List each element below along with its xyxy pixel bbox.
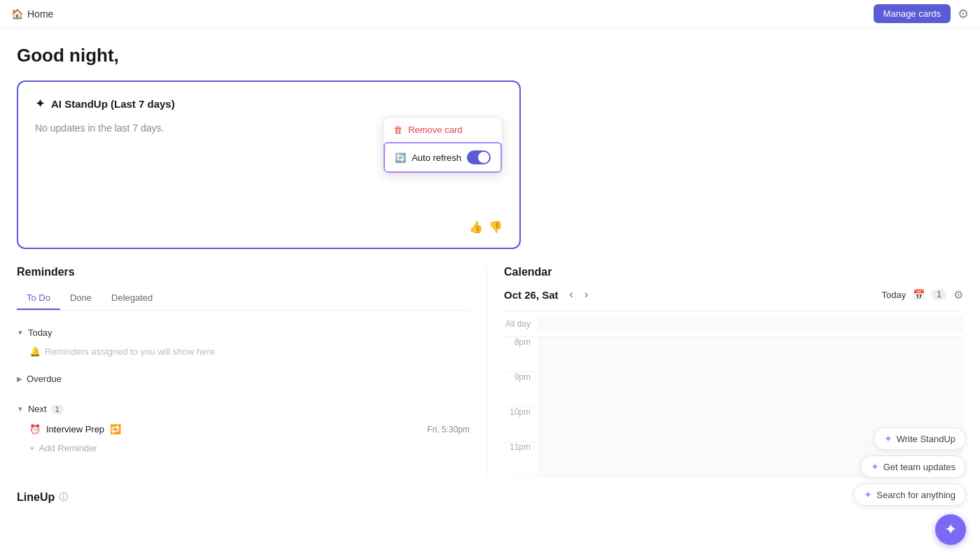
- time-label-9pm: 9pm: [504, 372, 538, 406]
- all-day-slot: [538, 316, 963, 332]
- overdue-label: Overdue: [27, 374, 62, 384]
- alarm-icon-item: ⏰: [29, 424, 41, 434]
- remove-card-label: Remove card: [408, 125, 462, 135]
- sparkle-icon: ✦: [35, 96, 46, 111]
- calendar-settings-icon[interactable]: ⚙: [953, 288, 963, 302]
- gear-icon[interactable]: ⚙: [958, 6, 969, 22]
- today-label: Today: [28, 327, 52, 338]
- calendar-header: Oct 26, Sat ‹ › Today 📅 1 ⚙: [504, 287, 963, 302]
- alarm-icon: 🔔: [29, 346, 41, 357]
- ai-suggestion-search[interactable]: ✦ Search for anything: [853, 483, 966, 504]
- calendar-date: Oct 26, Sat: [504, 289, 559, 301]
- sparkle-icon-suggestion3: ✦: [864, 489, 872, 500]
- next-group: ▼ Next 1 ⏰ Interview Prep 🔁 Fri, 5:30pm …: [17, 398, 470, 458]
- reminder-item-left: ⏰ Interview Prep 🔁: [29, 424, 121, 434]
- home-icon: 🏠: [11, 8, 23, 20]
- ai-suggestion-get-team-updates-label: Get team updates: [883, 462, 955, 472]
- info-icon[interactable]: ⓘ: [59, 491, 68, 504]
- tab-todo[interactable]: To Do: [17, 287, 60, 310]
- reminders-tabs: To Do Done Delegated: [17, 287, 470, 311]
- reminder-name: Interview Prep: [46, 424, 104, 434]
- remove-card-menu-item[interactable]: 🗑 Remove card: [384, 118, 502, 142]
- sparkle-icon-suggestion1: ✦: [884, 433, 892, 444]
- time-slot-8pm: [538, 337, 963, 372]
- event-count: 1: [932, 289, 946, 300]
- chevron-down-icon: ▼: [17, 329, 24, 337]
- next-label: Next: [28, 404, 47, 414]
- auto-refresh-menu-item[interactable]: 🔄 Auto refresh: [384, 142, 502, 173]
- chevron-down-icon-next: ▼: [17, 405, 24, 413]
- card-title: AI StandUp (Last 7 days): [51, 98, 175, 110]
- time-row-8pm: 8pm: [504, 337, 963, 372]
- content-row: Reminders To Do Done Delegated ▼ Today 🔔…: [17, 266, 963, 477]
- calendar-title: Calendar: [504, 266, 963, 278]
- context-menu: 🗑 Remove card 🔄 Auto refresh: [383, 117, 503, 174]
- thumbs-down-button[interactable]: 👎: [489, 220, 503, 234]
- greeting: Good night,: [17, 45, 963, 66]
- tab-done[interactable]: Done: [60, 287, 102, 310]
- time-slot-9pm: [538, 372, 963, 406]
- time-label-10pm: 10pm: [504, 407, 538, 441]
- today-group-header[interactable]: ▼ Today: [17, 322, 470, 344]
- reminders-title: Reminders: [17, 266, 470, 278]
- header: 🏠 Home Manage cards ⚙: [0, 0, 980, 28]
- trash-icon: 🗑: [393, 125, 402, 135]
- next-badge: 1: [51, 404, 64, 414]
- toggle-knob: [478, 152, 489, 163]
- chevron-right-icon: ▶: [17, 375, 22, 383]
- reminders-panel: Reminders To Do Done Delegated ▼ Today 🔔…: [17, 266, 487, 477]
- today-placeholder: 🔔 Reminders assigned to you will show he…: [17, 344, 470, 360]
- manage-cards-button[interactable]: Manage cards: [874, 4, 951, 23]
- all-day-label: All day: [504, 319, 538, 329]
- overdue-group: ▶ Overdue: [17, 368, 470, 390]
- home-label: Home: [27, 8, 53, 20]
- reminder-item: ⏰ Interview Prep 🔁 Fri, 5:30pm: [17, 420, 470, 439]
- home-nav[interactable]: 🏠 Home: [11, 8, 53, 20]
- overdue-group-header[interactable]: ▶ Overdue: [17, 368, 470, 390]
- ai-suggestion-get-team-updates[interactable]: ✦ Get team updates: [860, 455, 966, 478]
- header-right: Manage cards ⚙: [874, 4, 969, 23]
- time-label-11pm: 11pm: [504, 442, 538, 476]
- next-day-button[interactable]: ›: [580, 287, 592, 302]
- next-group-header[interactable]: ▼ Next 1: [17, 398, 470, 420]
- plus-icon: +: [29, 443, 35, 453]
- auto-refresh-toggle[interactable]: [467, 150, 491, 164]
- today-button[interactable]: Today: [882, 290, 906, 300]
- recurring-icon: 🔁: [110, 424, 121, 434]
- ai-suggestion-search-label: Search for anything: [876, 490, 955, 500]
- add-reminder-button[interactable]: + Add Reminder: [17, 439, 470, 458]
- auto-refresh-label: Auto refresh: [412, 153, 461, 163]
- card-footer: 👍 👎: [35, 220, 503, 234]
- ai-suggestion-write-standup-label: Write StandUp: [897, 434, 955, 444]
- today-group: ▼ Today 🔔 Reminders assigned to you will…: [17, 322, 470, 360]
- reminder-due: Fri, 5:30pm: [427, 425, 470, 434]
- ai-suggestion-write-standup[interactable]: ✦ Write StandUp: [874, 427, 966, 450]
- sparkle-icon-suggestion2: ✦: [871, 461, 879, 472]
- today-placeholder-text: Reminders assigned to you will show here…: [45, 346, 217, 357]
- refresh-icon: 🔄: [395, 153, 406, 163]
- main-content: Good night, ✦ AI StandUp (Last 7 days) N…: [0, 28, 980, 504]
- thumbs-up-button[interactable]: 👍: [469, 220, 483, 234]
- ai-standup-card: ✦ AI StandUp (Last 7 days) No updates in…: [17, 80, 521, 249]
- lineup-label: LineUp: [17, 491, 55, 504]
- card-header: ✦ AI StandUp (Last 7 days): [35, 96, 503, 111]
- calendar-nav: ‹ ›: [566, 287, 593, 302]
- time-row-9pm: 9pm: [504, 372, 963, 407]
- time-label-8pm: 8pm: [504, 337, 538, 372]
- prev-day-button[interactable]: ‹: [566, 287, 578, 302]
- tab-delegated[interactable]: Delegated: [102, 287, 162, 310]
- calendar-icon: 📅: [913, 289, 925, 300]
- add-reminder-label: Add Reminder: [39, 443, 97, 453]
- lineup-section: LineUp ⓘ: [17, 477, 963, 504]
- all-day-row: All day: [504, 311, 963, 337]
- ai-floating-bar: ✦ Write StandUp ✦ Get team updates ✦ Sea…: [853, 427, 966, 504]
- lineup-title: LineUp ⓘ: [17, 491, 963, 504]
- calendar-right: Today 📅 1 ⚙: [882, 288, 963, 302]
